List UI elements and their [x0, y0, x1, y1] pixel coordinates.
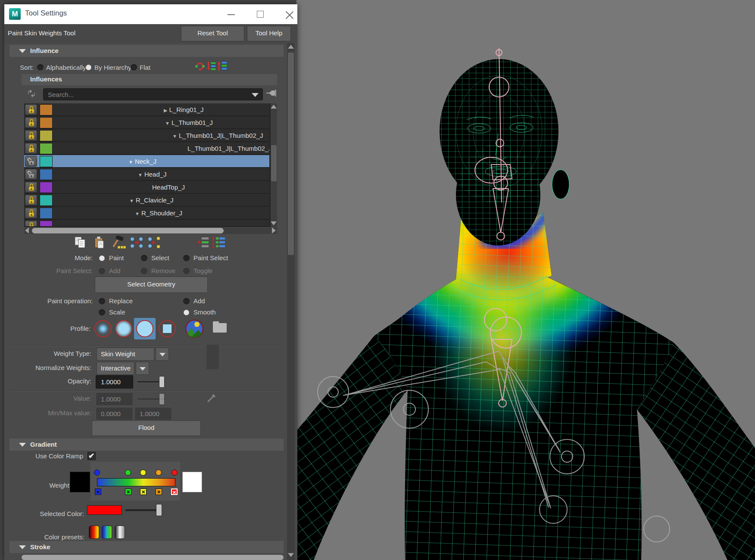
expander-icon[interactable]: ▼: [138, 168, 143, 181]
ramp-stop-circle[interactable]: [94, 470, 100, 476]
influence-row-selected[interactable]: ▼Neck_J: [24, 155, 269, 168]
lock-toggle-button[interactable]: [25, 104, 37, 115]
move-weights-icon[interactable]: [129, 236, 144, 249]
lock-toggle-button[interactable]: [25, 130, 37, 141]
sort-list-down-icon[interactable]: [207, 61, 217, 71]
minimize-button[interactable]: [224, 8, 239, 21]
lock-toggle-button[interactable]: [25, 169, 37, 180]
titlebar[interactable]: M Tool Settings: [4, 4, 297, 24]
expander-icon[interactable]: ▼: [135, 207, 140, 220]
influence-color-swatch[interactable]: [40, 169, 53, 180]
radio-op-scale[interactable]: [99, 309, 105, 316]
selected-color-slider-handle[interactable]: [156, 504, 162, 516]
sort-list-up-icon[interactable]: [217, 61, 228, 71]
influence-color-swatch[interactable]: [40, 221, 53, 227]
max-weight-color-swatch[interactable]: [182, 472, 202, 492]
cycle-paint-icon[interactable]: [195, 61, 205, 72]
influence-color-swatch[interactable]: [40, 130, 53, 141]
chevron-down-icon[interactable]: [252, 93, 259, 97]
radio-op-replace[interactable]: [99, 298, 105, 305]
image-brush[interactable]: [184, 318, 204, 339]
scroll-to-selected-icon[interactable]: [211, 236, 226, 249]
expander-icon[interactable]: ▼: [128, 156, 133, 168]
stroke-section-header[interactable]: Stroke: [9, 541, 284, 553]
influence-search-input[interactable]: Search...: [43, 88, 263, 100]
ramp-stop-square[interactable]: ✕: [95, 488, 101, 495]
refresh-influences-icon[interactable]: [26, 88, 37, 99]
ramp-stop-circle[interactable]: [140, 470, 146, 476]
scroll-down-icon[interactable]: [288, 553, 294, 557]
maximize-button[interactable]: [253, 8, 268, 21]
paste-weights-icon[interactable]: [93, 236, 106, 249]
lock-toggle-button[interactable]: [25, 143, 37, 154]
ramp-stop-circle[interactable]: [156, 470, 162, 476]
influence-color-swatch[interactable]: [40, 195, 53, 206]
ramp-stop-square[interactable]: ✕: [156, 488, 162, 495]
selected-color-swatch[interactable]: [87, 505, 122, 515]
radio-mode-select[interactable]: [141, 255, 147, 261]
scroll-down-icon[interactable]: [271, 221, 277, 225]
lock-toggle-button[interactable]: [25, 182, 37, 193]
influence-section-header[interactable]: Influence: [9, 45, 284, 57]
scrollbar-thumb[interactable]: [288, 53, 294, 255]
selected-color-slider[interactable]: [125, 509, 161, 512]
expander-icon[interactable]: ▼: [172, 130, 177, 142]
color-ramp-bar[interactable]: [97, 478, 175, 486]
scrollbar-thumb[interactable]: [271, 145, 277, 181]
weight-type-dropdown[interactable]: Skin Weight: [97, 348, 154, 361]
radio-sort-alphabetically[interactable]: [37, 64, 44, 71]
soft-brush[interactable]: [114, 318, 134, 339]
preset-rainbow[interactable]: [102, 526, 112, 539]
opacity-field[interactable]: 1.0000: [96, 375, 133, 389]
scroll-up-icon[interactable]: [271, 105, 277, 109]
expander-icon[interactable]: ▶: [164, 104, 167, 116]
preset-grayscale[interactable]: [115, 526, 125, 539]
influence-row[interactable]: L_Thumb01_J|L_Thumb02_J|L_Th: [24, 142, 269, 155]
influence-row[interactable]: ▼L_Thumb01_J|L_Thumb02_J: [24, 129, 269, 142]
pin-icon[interactable]: [265, 88, 278, 99]
lock-toggle-button[interactable]: [25, 195, 37, 205]
lock-toggle-button[interactable]: [25, 117, 37, 128]
folder-icon[interactable]: [213, 320, 228, 333]
radio-sort-by-hierarchy[interactable]: [85, 64, 92, 71]
ramp-stop-circle[interactable]: [172, 470, 178, 476]
radio-mode-paint[interactable]: [99, 255, 105, 261]
copy-weights-icon[interactable]: [73, 236, 87, 249]
gaussian-brush[interactable]: [93, 318, 113, 339]
scrollbar-thumb[interactable]: [32, 228, 224, 233]
select-geometry-button[interactable]: Select Geometry: [95, 277, 208, 293]
normalize-weights-dropdown[interactable]: Interactive: [97, 362, 134, 375]
influence-color-swatch[interactable]: [40, 208, 53, 219]
panel-vertical-scrollbar[interactable]: [287, 43, 295, 560]
flood-button[interactable]: Flood: [92, 420, 201, 436]
scroll-right-icon[interactable]: [272, 227, 276, 233]
lock-toggle-button[interactable]: [25, 156, 37, 167]
weight-hammer-icon[interactable]: [111, 236, 126, 249]
weight-type-dropdown-arrow[interactable]: [156, 348, 169, 361]
influence-row-partial[interactable]: [24, 220, 269, 227]
tool-help-button[interactable]: Tool Help: [247, 26, 291, 41]
radio-op-add[interactable]: [183, 298, 190, 305]
influence-row[interactable]: ▼R_Clavicle_J: [24, 194, 269, 207]
normalize-dropdown-arrow[interactable]: [136, 362, 149, 375]
gradient-section-header[interactable]: Gradient: [9, 439, 284, 451]
influence-color-swatch[interactable]: [40, 117, 53, 128]
scroll-up-icon[interactable]: [288, 45, 294, 49]
expander-icon[interactable]: ▼: [129, 194, 134, 207]
influence-color-swatch[interactable]: [40, 182, 53, 193]
min-weight-color-swatch[interactable]: [70, 472, 90, 492]
influence-color-swatch[interactable]: [40, 156, 53, 167]
influence-row[interactable]: ▼L_Thumb01_J: [24, 116, 269, 129]
radio-sort-flat[interactable]: [131, 64, 137, 71]
close-button[interactable]: [282, 8, 297, 21]
influence-row[interactable]: ▼R_Shoulder_J: [24, 207, 269, 220]
use-color-ramp-checkbox[interactable]: [87, 451, 97, 461]
influence-row[interactable]: ▼Head_J: [24, 168, 269, 181]
solid-brush-selected[interactable]: [134, 318, 156, 339]
influence-color-swatch[interactable]: [40, 104, 53, 115]
radio-mode-paint-select[interactable]: [183, 255, 190, 261]
ramp-stop-square-selected[interactable]: ✕: [171, 488, 178, 495]
lock-toggle-button[interactable]: [25, 221, 37, 227]
list-vertical-scrollbar[interactable]: [271, 103, 277, 227]
panel-bottom-scrollbar[interactable]: [22, 555, 284, 560]
